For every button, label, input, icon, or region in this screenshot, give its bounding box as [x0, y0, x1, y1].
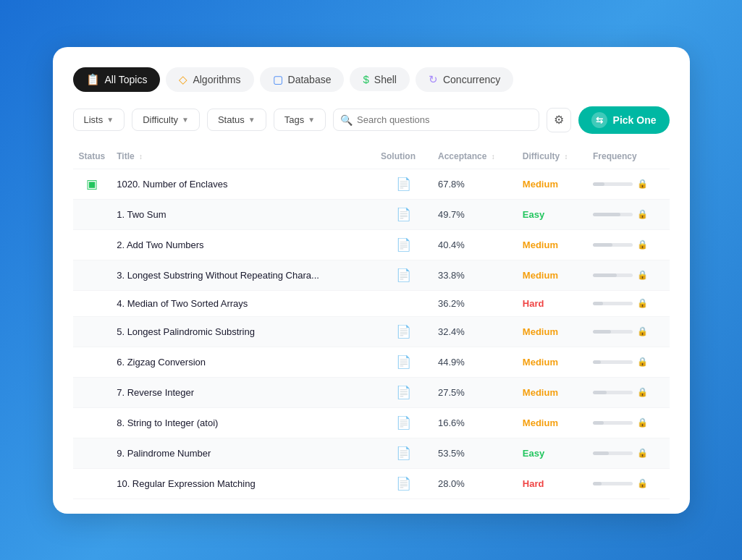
- problem-title[interactable]: 9. Palindrome Number: [111, 438, 375, 468]
- frequency-fill: [593, 213, 621, 216]
- difficulty-cell: Medium: [517, 407, 587, 438]
- tags-filter[interactable]: Tags ▼: [274, 109, 326, 131]
- acceptance-cell: 16.6%: [432, 407, 517, 438]
- search-wrap: 🔍: [333, 109, 539, 131]
- status-cell: [73, 229, 111, 260]
- frequency-cell: 🔒: [587, 468, 670, 499]
- frequency-cell: 🔒: [587, 316, 670, 347]
- acceptance-cell: 49.7%: [432, 199, 517, 229]
- difficulty-badge: Medium: [523, 357, 558, 368]
- frequency-fill: [593, 451, 609, 455]
- tab-database[interactable]: ▢ Database: [260, 67, 345, 92]
- difficulty-cell: Medium: [517, 377, 587, 407]
- frequency-cell: 🔒: [587, 347, 670, 377]
- difficulty-cell: Medium: [517, 169, 587, 199]
- lock-icon: 🔒: [637, 298, 648, 308]
- solution-cell: 📄: [375, 316, 432, 347]
- difficulty-badge: Medium: [523, 417, 558, 428]
- frequency-fill: [593, 330, 611, 334]
- problems-table-wrap: Status Title ↕ Solution Acceptance ↕ Dif: [73, 147, 670, 499]
- status-cell: [73, 468, 111, 499]
- tab-algorithms[interactable]: ◇ Algorithms: [166, 67, 253, 92]
- difficulty-badge: Easy: [523, 448, 544, 459]
- concurrency-icon: ↻: [429, 73, 438, 86]
- tags-label: Tags: [284, 114, 304, 125]
- frequency-cell: 🔒: [587, 199, 670, 229]
- difficulty-cell: Medium: [517, 347, 587, 377]
- problem-title[interactable]: 3. Longest Substring Without Repeating C…: [111, 260, 375, 290]
- frequency-cell: 🔒: [587, 438, 670, 468]
- frequency-bar: [593, 330, 633, 334]
- problem-title[interactable]: 6. Zigzag Conversion: [111, 347, 375, 377]
- problem-title[interactable]: 1. Two Sum: [111, 199, 375, 229]
- pick-one-button[interactable]: ⇆ Pick One: [578, 106, 670, 134]
- frequency-bar: [593, 482, 633, 485]
- difficulty-badge: Easy: [523, 209, 544, 220]
- acceptance-cell: 67.8%: [432, 169, 517, 199]
- table-row[interactable]: 3. Longest Substring Without Repeating C…: [73, 260, 670, 290]
- difficulty-cell: Easy: [517, 438, 587, 468]
- difficulty-cell: Hard: [517, 468, 587, 499]
- frequency-fill: [593, 302, 603, 305]
- difficulty-filter[interactable]: Difficulty ▼: [132, 109, 200, 131]
- table-row[interactable]: 10. Regular Expression Matching📄28.0%Har…: [73, 468, 670, 499]
- solution-cell: 📄: [375, 199, 432, 229]
- table-row[interactable]: 1. Two Sum📄49.7%Easy 🔒: [73, 199, 670, 229]
- solution-cell: 📄: [375, 468, 432, 499]
- table-row[interactable]: 6. Zigzag Conversion📄44.9%Medium 🔒: [73, 347, 670, 377]
- settings-button[interactable]: ⚙: [547, 108, 571, 132]
- table-row[interactable]: 8. String to Integer (atoi)📄16.6%Medium …: [73, 407, 670, 438]
- title-sort-icon: ↕: [139, 153, 143, 161]
- col-title: Title ↕: [111, 147, 375, 169]
- main-card: 📋 All Topics ◇ Algorithms ▢ Database $ S…: [53, 47, 690, 514]
- search-input[interactable]: [333, 109, 539, 131]
- solution-icon: 📄: [396, 208, 411, 221]
- solution-icon: 📄: [396, 386, 411, 399]
- difficulty-badge: Medium: [523, 387, 558, 398]
- acceptance-cell: 44.9%: [432, 347, 517, 377]
- problems-table: Status Title ↕ Solution Acceptance ↕ Dif: [73, 147, 670, 499]
- table-row[interactable]: 9. Palindrome Number📄53.5%Easy 🔒: [73, 438, 670, 468]
- tab-all-topics-label: All Topics: [105, 74, 148, 85]
- solution-cell: 📄: [375, 438, 432, 468]
- frequency-bar: [593, 182, 633, 186]
- solution-cell: 📄: [375, 407, 432, 438]
- lock-icon: 🔒: [637, 417, 648, 428]
- status-cell: ▣: [73, 169, 111, 199]
- lists-filter[interactable]: Lists ▼: [73, 109, 125, 131]
- frequency-bar: [593, 273, 633, 277]
- acceptance-cell: 53.5%: [432, 438, 517, 468]
- problem-title[interactable]: 2. Add Two Numbers: [111, 229, 375, 260]
- problem-title[interactable]: 1020. Number of Enclaves: [111, 169, 375, 199]
- status-label: Status: [218, 114, 245, 125]
- tab-concurrency-label: Concurrency: [443, 74, 500, 85]
- solution-icon: 📄: [396, 416, 411, 430]
- table-row[interactable]: 2. Add Two Numbers📄40.4%Medium 🔒: [73, 229, 670, 260]
- solution-cell: 📄: [375, 347, 432, 377]
- acceptance-cell: 33.8%: [432, 260, 517, 290]
- problem-title[interactable]: 8. String to Integer (atoi): [111, 407, 375, 438]
- frequency-fill: [593, 421, 604, 425]
- tab-all-topics[interactable]: 📋 All Topics: [73, 67, 161, 92]
- tab-concurrency[interactable]: ↻ Concurrency: [416, 67, 513, 92]
- lock-icon: 🔒: [637, 209, 648, 219]
- table-row[interactable]: 4. Median of Two Sorted Arrays36.2%Hard …: [73, 290, 670, 316]
- lock-icon: 🔒: [637, 478, 648, 488]
- tab-shell[interactable]: $ Shell: [350, 67, 409, 91]
- solution-cell: 📄: [375, 377, 432, 407]
- table-row[interactable]: 5. Longest Palindromic Substring📄32.4%Me…: [73, 316, 670, 347]
- acceptance-sort-icon: ↕: [492, 153, 495, 161]
- problem-title[interactable]: 4. Median of Two Sorted Arrays: [111, 290, 375, 316]
- problem-title[interactable]: 7. Reverse Integer: [111, 377, 375, 407]
- col-solution: Solution: [375, 147, 432, 169]
- solution-icon: 📄: [396, 325, 411, 339]
- problem-title[interactable]: 10. Regular Expression Matching: [111, 468, 375, 499]
- search-icon: 🔍: [340, 114, 353, 126]
- solution-icon: 📄: [396, 355, 411, 369]
- table-row[interactable]: 7. Reverse Integer📄27.5%Medium 🔒: [73, 377, 670, 407]
- problem-title[interactable]: 5. Longest Palindromic Substring: [111, 316, 375, 347]
- table-row[interactable]: ▣1020. Number of Enclaves📄67.8%Medium 🔒: [73, 169, 670, 199]
- frequency-bar: [593, 421, 633, 425]
- frequency-bar: [593, 213, 633, 216]
- status-filter[interactable]: Status ▼: [207, 109, 266, 131]
